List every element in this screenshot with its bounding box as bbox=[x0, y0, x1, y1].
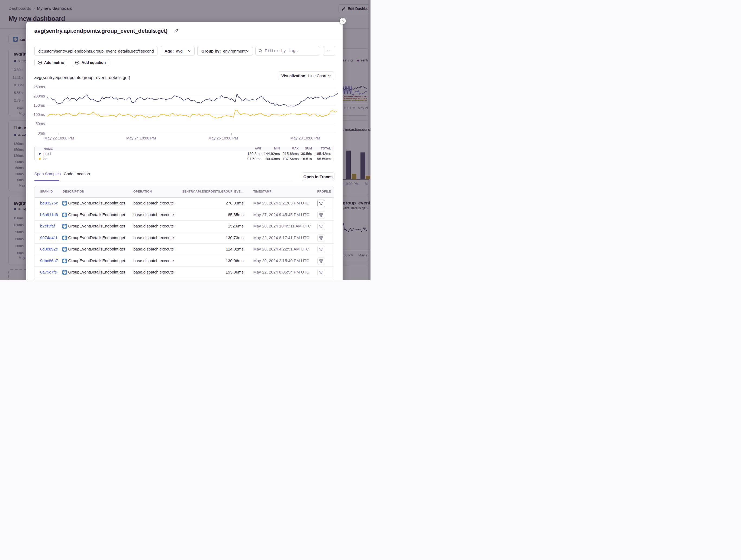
svg-text:May 28 10:00 PM: May 28 10:00 PM bbox=[290, 136, 320, 140]
svg-text:May 26 10:00 PM: May 26 10:00 PM bbox=[208, 136, 238, 140]
svg-text:250ms: 250ms bbox=[33, 84, 45, 89]
svg-text:May 22 10:00 PM: May 22 10:00 PM bbox=[44, 136, 74, 140]
svg-text:150ms: 150ms bbox=[33, 103, 45, 107]
svg-text:100ms: 100ms bbox=[33, 112, 45, 117]
svg-text:May 24 10:00 PM: May 24 10:00 PM bbox=[126, 136, 156, 140]
svg-text:200ms: 200ms bbox=[33, 94, 45, 98]
svg-text:50ms: 50ms bbox=[36, 122, 45, 126]
svg-text:0ms: 0ms bbox=[38, 131, 45, 135]
